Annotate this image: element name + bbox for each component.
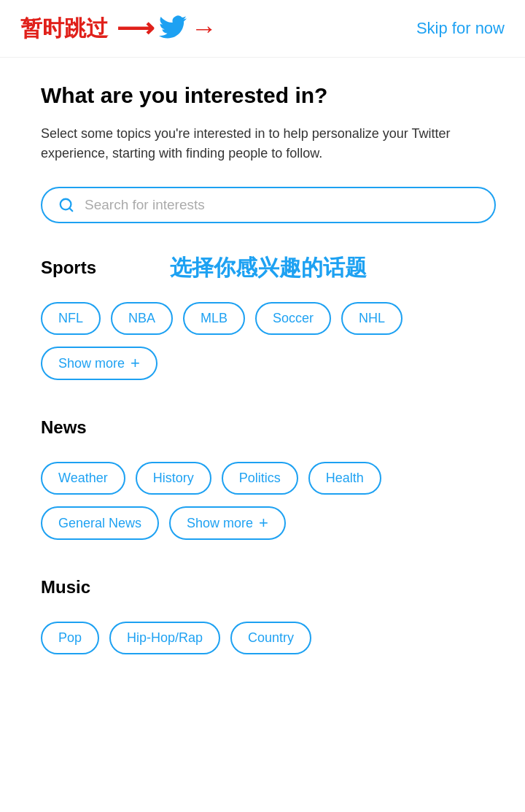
sports-show-more-button[interactable]: Show more + xyxy=(41,347,158,380)
tag-country[interactable]: Country xyxy=(230,622,311,654)
arrow-container: ⟶ → xyxy=(117,13,217,44)
sports-show-more-row: Show more + xyxy=(41,347,496,380)
sports-tags-row: NFL NBA MLB Soccer NHL xyxy=(41,302,496,335)
news-show-more-label: Show more xyxy=(187,516,253,531)
news-title: News xyxy=(41,417,87,438)
news-header-row: News xyxy=(41,409,496,446)
news-second-row: General News Show more + xyxy=(41,506,496,540)
search-bar[interactable] xyxy=(41,187,496,223)
tag-soccer[interactable]: Soccer xyxy=(255,302,331,335)
news-show-more-button[interactable]: Show more + xyxy=(169,506,286,540)
main-content: What are you interested in? Select some … xyxy=(0,58,525,713)
search-icon xyxy=(58,197,74,213)
arrow-icon: ⟶ xyxy=(117,15,155,42)
header-left: 暂时跳过 ⟶ → xyxy=(20,13,217,44)
header: 暂时跳过 ⟶ → Skip for now xyxy=(0,0,525,58)
sports-plus-icon: + xyxy=(131,355,140,371)
twitter-bird-icon xyxy=(159,13,187,44)
svg-line-1 xyxy=(69,208,72,211)
tag-mlb[interactable]: MLB xyxy=(183,302,245,335)
tag-politics[interactable]: Politics xyxy=(222,462,298,495)
tag-history[interactable]: History xyxy=(136,462,211,495)
tag-nba[interactable]: NBA xyxy=(111,302,173,335)
tag-general-news[interactable]: General News xyxy=(41,506,159,540)
music-section: Music Pop Hip-Hop/Rap Country xyxy=(41,569,496,654)
chinese-subtitle: 选择你感兴趣的话题 xyxy=(170,253,367,283)
tag-nhl[interactable]: NHL xyxy=(341,302,402,335)
sports-header-row: Sports 选择你感兴趣的话题 xyxy=(41,250,496,286)
sports-title: Sports xyxy=(41,258,96,278)
arrow-right-icon: → xyxy=(191,13,217,44)
page-description: Select some topics you're interested in … xyxy=(41,124,496,163)
tag-weather[interactable]: Weather xyxy=(41,462,125,495)
news-tags-row: Weather History Politics Health xyxy=(41,462,496,495)
tag-pop[interactable]: Pop xyxy=(41,622,99,654)
news-section: News Weather History Politics Health Gen… xyxy=(41,409,496,540)
chinese-skip-label: 暂时跳过 xyxy=(20,14,108,44)
sports-show-more-label: Show more xyxy=(58,356,125,371)
page-title: What are you interested in? xyxy=(41,81,496,109)
sports-section: Sports 选择你感兴趣的话题 NFL NBA MLB Soccer NHL … xyxy=(41,250,496,380)
news-plus-icon: + xyxy=(259,515,268,531)
tag-health[interactable]: Health xyxy=(308,462,381,495)
music-header-row: Music xyxy=(41,569,496,606)
music-title: Music xyxy=(41,577,90,598)
music-tags-row: Pop Hip-Hop/Rap Country xyxy=(41,622,496,654)
search-input[interactable] xyxy=(85,197,478,213)
tag-hiphop-rap[interactable]: Hip-Hop/Rap xyxy=(109,622,220,654)
tag-nfl[interactable]: NFL xyxy=(41,302,101,335)
skip-for-now-link[interactable]: Skip for now xyxy=(416,19,505,38)
